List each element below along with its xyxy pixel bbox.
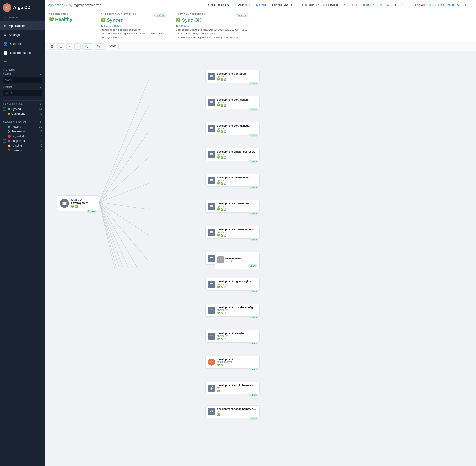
sync-status-button[interactable]: ℹ SYNC STATUS — [270, 2, 296, 9]
unknown-count: 0 — [37, 149, 42, 152]
child-node-n5[interactable]: development-environment application 💚✅🔄 … — [205, 174, 260, 187]
breadcrumb-applications[interactable]: Applications — [48, 3, 65, 7]
svg-rect-43 — [210, 284, 213, 284]
child-node-n11[interactable]: development-reloader application 💚✅🔄 ⋮ 5… — [205, 330, 260, 343]
child-node-menu-n5[interactable]: ⋮ — [255, 175, 258, 179]
delete-button[interactable]: ✕ DELETE — [341, 2, 360, 9]
child-node-menu-n3[interactable]: ⋮ — [255, 123, 258, 127]
child-node-menu-n13[interactable]: ⋮ — [255, 383, 258, 386]
sidebar-item-user-info[interactable]: 👤 User Info — [0, 39, 45, 48]
filter-synced[interactable]: Synced 14 — [3, 107, 42, 111]
filter-outofSync[interactable]: OutOfSync 0 — [3, 111, 42, 116]
root-node[interactable]: registry-development 💚 ✅ ⋮ 5 days — [57, 195, 99, 211]
child-node-n6[interactable]: development-external-dns application 💚✅🔄… — [205, 200, 260, 213]
filter-missing[interactable]: ⚠️ Missing 0 — [3, 143, 42, 148]
check-icon: ✅ — [217, 413, 220, 416]
last-sync-value: ✅ Sync OK — [176, 17, 248, 23]
secret-menu[interactable]: ⋮ — [255, 256, 258, 259]
child-node-icons-n4: 💚✅🔄 — [217, 156, 257, 159]
tool-minus-btn[interactable]: − — [74, 43, 81, 50]
child-node-type-n1: application — [217, 75, 257, 78]
degraded-checkbox[interactable] — [3, 135, 6, 138]
sidebar-item-documentation[interactable]: 📄 Documentation — [0, 48, 45, 57]
healthy-checkbox[interactable] — [3, 125, 6, 128]
suspended-checkbox[interactable] — [3, 139, 6, 143]
tool-list-btn[interactable]: ☰ — [48, 43, 56, 50]
child-node-menu-n4[interactable]: ⋮ — [255, 150, 258, 153]
list-view-button[interactable]: ☰ — [406, 2, 413, 9]
check-icon: ✅ — [220, 364, 223, 366]
root-node-menu[interactable]: ⋮ — [94, 197, 97, 201]
child-node-name-n11: development-reloader — [217, 332, 257, 335]
child-node-n14[interactable]: development-eso-kubernetes-... crb ✅ ⋮ 5… — [205, 405, 260, 418]
kinds-filter-input[interactable] — [3, 90, 42, 96]
commit-ref-link[interactable]: 666e73d — [179, 24, 189, 27]
child-node-n10[interactable]: development-provider-config application … — [205, 304, 260, 316]
progressing-checkbox[interactable] — [3, 130, 6, 133]
last-sync-more-button[interactable]: MORE — [236, 13, 248, 17]
sync-more-button[interactable]: MORE — [154, 13, 166, 17]
heart-icon: 💚 — [217, 130, 220, 133]
filter-unknown[interactable]: ❓ Unknown 0 — [3, 148, 42, 153]
logout-button[interactable]: Log out — [413, 2, 428, 9]
refresh-button[interactable]: ↻ REFRESH ▾ — [360, 2, 384, 9]
child-node-n12[interactable]: ES development externalsecret 💚✅ ⋮ 5 day… — [205, 356, 260, 369]
child-node-menu-n12[interactable]: ⋮ — [255, 357, 258, 361]
filter-progressing[interactable]: Progressing 0 — [3, 129, 42, 134]
graph-area[interactable]: registry-development 💚 ✅ ⋮ 5 days develo… — [45, 51, 476, 466]
tool-zoom-out-btn[interactable]: 🔍− — [82, 43, 93, 50]
network-view-button[interactable]: ⊡ — [398, 2, 406, 9]
app-details-tree-link[interactable]: APPLICATION DETAILS TREE — [429, 3, 473, 7]
topology-icon: ⛁ — [386, 3, 389, 7]
child-node-n9[interactable]: development-ingress-nginx application 💚✅… — [205, 278, 260, 291]
child-node-n4[interactable]: development-cluster-secret-st... applica… — [205, 148, 260, 161]
child-node-menu-n7[interactable]: ⋮ — [255, 227, 258, 231]
app-diff-button[interactable]: 📄 APP DIFF — [231, 2, 253, 9]
topology-view-button[interactable]: ⛁ — [384, 2, 391, 9]
svg-line-10 — [99, 202, 149, 268]
child-node-menu-n6[interactable]: ⋮ — [255, 201, 258, 205]
back-button[interactable]: ← — [0, 57, 45, 66]
svg-rect-26 — [210, 129, 213, 129]
tool-zoom-in-btn[interactable]: 🔍+ — [95, 43, 105, 50]
filter-healthy[interactable]: Healthy 12 — [3, 124, 42, 129]
check-icon: ✅ — [220, 338, 223, 340]
synced-checkbox[interactable] — [3, 107, 6, 111]
degraded-dot: 💔 — [8, 135, 10, 137]
child-node-menu-n1[interactable]: ⋮ — [255, 71, 258, 75]
filter-degraded[interactable]: 💔 Degraded 0 — [3, 134, 42, 139]
child-node-menu-n10[interactable]: ⋮ — [255, 305, 258, 309]
child-node-menu-n2[interactable]: ⋮ — [255, 97, 258, 101]
refresh-label: REFRESH — [366, 3, 379, 7]
tool-add-btn[interactable]: + — [66, 43, 72, 50]
child-node-info-n4: development-cluster-secret-st... applica… — [217, 150, 257, 159]
outofSync-checkbox[interactable] — [3, 112, 6, 116]
last-sync-check-icon: ✅ — [176, 18, 180, 23]
unknown-checkbox[interactable] — [3, 149, 6, 152]
grid-view-button[interactable]: ⊞ — [391, 2, 398, 9]
child-node-menu-n11[interactable]: ⋮ — [255, 331, 258, 335]
filter-suspended[interactable]: Suspended 0 — [3, 139, 42, 143]
missing-checkbox[interactable] — [3, 144, 6, 147]
name-filter-input[interactable] — [3, 77, 42, 83]
sidebar-item-applications[interactable]: ▦ Applications — [0, 21, 45, 30]
app-details-label: APP DETAILS — [210, 3, 229, 7]
child-node-n7[interactable]: development-external-secrets... applicat… — [205, 226, 260, 239]
sidebar-item-settings[interactable]: ⚙ Settings — [0, 30, 45, 39]
tool-grid-btn[interactable]: ⊞ — [57, 43, 64, 50]
history-rollback-button[interactable]: ⏱ HISTORY AND ROLLBACK — [296, 2, 341, 9]
filters-section: FILTERS NAME ▲ KINDS ▲ SYNC STATUS ▲ Syn… — [0, 66, 45, 466]
check-icon: ✅ — [220, 234, 223, 236]
child-node-n2[interactable]: development-cert-issuers application 💚✅🔄… — [205, 96, 260, 109]
child-node-menu-n9[interactable]: ⋮ — [255, 279, 258, 283]
secret-node[interactable]: 🔒 development secret 5 days ⋮ — [215, 254, 260, 269]
head-ref-link[interactable]: HEAD (f188144) — [104, 24, 123, 27]
kinds-filter-title: KINDS ▲ — [3, 86, 42, 89]
child-node-n1[interactable]: development-bootstrap application 💚✅🔄 ⋮ … — [205, 70, 260, 83]
child-node-menu-n14[interactable]: ⋮ — [255, 407, 258, 410]
child-node-type-n11: application — [217, 335, 257, 337]
child-node-n3[interactable]: development-cert-manager application 💚✅🔄… — [205, 122, 260, 135]
app-details-button[interactable]: ℹ APP DETAILS — [206, 2, 231, 9]
sync-button[interactable]: ↻ SYNC — [253, 2, 269, 9]
child-node-n13[interactable]: development-eso-kubernetes-... crb ✅ ⋮ 5… — [205, 382, 260, 395]
